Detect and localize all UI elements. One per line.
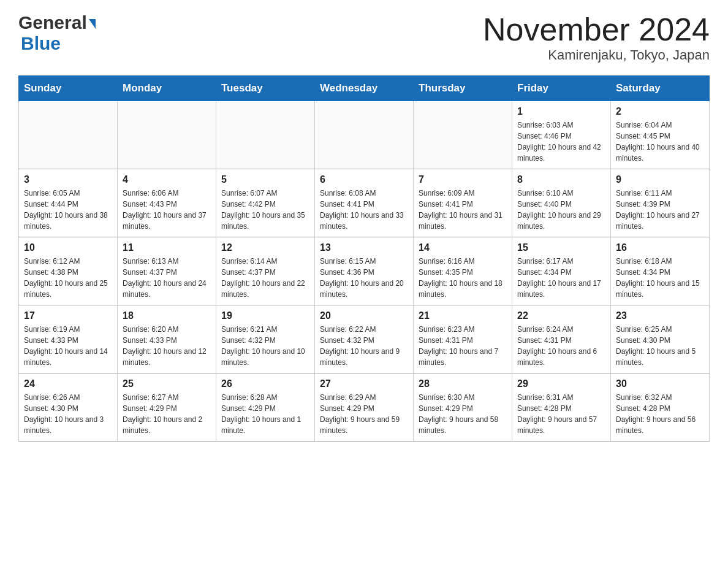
day-number: 12 [221, 242, 309, 253]
day-info: Sunrise: 6:17 AMSunset: 4:34 PMDaylight:… [517, 256, 605, 300]
weekday-header-monday: Monday [118, 76, 216, 101]
calendar-cell: 13Sunrise: 6:15 AMSunset: 4:36 PMDayligh… [315, 237, 414, 305]
day-info: Sunrise: 6:16 AMSunset: 4:35 PMDaylight:… [419, 256, 507, 300]
calendar-cell: 9Sunrise: 6:11 AMSunset: 4:39 PMDaylight… [611, 169, 710, 237]
weekday-header-wednesday: Wednesday [315, 76, 414, 101]
calendar-cell: 21Sunrise: 6:23 AMSunset: 4:31 PMDayligh… [414, 305, 512, 373]
day-info: Sunrise: 6:03 AMSunset: 4:46 PMDaylight:… [517, 120, 605, 164]
day-number: 5 [221, 174, 309, 185]
calendar-cell: 15Sunrise: 6:17 AMSunset: 4:34 PMDayligh… [512, 237, 611, 305]
day-info: Sunrise: 6:24 AMSunset: 4:31 PMDaylight:… [517, 324, 605, 368]
weekday-header-saturday: Saturday [611, 76, 710, 101]
day-number: 16 [616, 242, 704, 253]
calendar-cell [414, 101, 512, 169]
day-info: Sunrise: 6:26 AMSunset: 4:30 PMDaylight:… [24, 392, 112, 436]
calendar-cell: 7Sunrise: 6:09 AMSunset: 4:41 PMDaylight… [414, 169, 512, 237]
day-info: Sunrise: 6:08 AMSunset: 4:41 PMDaylight:… [320, 188, 408, 232]
logo-triangle-icon [89, 19, 96, 29]
calendar-cell: 23Sunrise: 6:25 AMSunset: 4:30 PMDayligh… [611, 305, 710, 373]
day-number: 6 [320, 174, 408, 185]
calendar-cell [315, 101, 414, 169]
weekday-header-sunday: Sunday [19, 76, 118, 101]
day-info: Sunrise: 6:25 AMSunset: 4:30 PMDaylight:… [616, 324, 704, 368]
day-info: Sunrise: 6:13 AMSunset: 4:37 PMDaylight:… [123, 256, 211, 300]
calendar-cell: 12Sunrise: 6:14 AMSunset: 4:37 PMDayligh… [216, 237, 315, 305]
day-number: 8 [517, 174, 605, 185]
calendar-week-row-3: 10Sunrise: 6:12 AMSunset: 4:38 PMDayligh… [19, 237, 710, 305]
calendar-table: SundayMondayTuesdayWednesdayThursdayFrid… [18, 75, 710, 442]
calendar-week-row-4: 17Sunrise: 6:19 AMSunset: 4:33 PMDayligh… [19, 305, 710, 373]
weekday-header-friday: Friday [512, 76, 611, 101]
title-section: November 2024 Kamirenjaku, Tokyo, Japan [483, 12, 710, 63]
calendar-cell: 8Sunrise: 6:10 AMSunset: 4:40 PMDaylight… [512, 169, 611, 237]
calendar-cell: 18Sunrise: 6:20 AMSunset: 4:33 PMDayligh… [118, 305, 216, 373]
calendar-cell: 5Sunrise: 6:07 AMSunset: 4:42 PMDaylight… [216, 169, 315, 237]
calendar-cell: 25Sunrise: 6:27 AMSunset: 4:29 PMDayligh… [118, 373, 216, 442]
day-info: Sunrise: 6:04 AMSunset: 4:45 PMDaylight:… [616, 120, 704, 164]
calendar-cell: 3Sunrise: 6:05 AMSunset: 4:44 PMDaylight… [19, 169, 118, 237]
logo: General Blue [18, 12, 96, 54]
day-number: 25 [123, 378, 211, 389]
calendar-cell: 2Sunrise: 6:04 AMSunset: 4:45 PMDaylight… [611, 101, 710, 169]
day-info: Sunrise: 6:29 AMSunset: 4:29 PMDaylight:… [320, 392, 408, 436]
calendar-week-row-1: 1Sunrise: 6:03 AMSunset: 4:46 PMDaylight… [19, 101, 710, 169]
page-header: General Blue November 2024 Kamirenjaku, … [18, 12, 710, 63]
day-number: 26 [221, 378, 309, 389]
day-info: Sunrise: 6:19 AMSunset: 4:33 PMDaylight:… [24, 324, 112, 368]
day-info: Sunrise: 6:27 AMSunset: 4:29 PMDaylight:… [123, 392, 211, 436]
day-info: Sunrise: 6:14 AMSunset: 4:37 PMDaylight:… [221, 256, 309, 300]
day-number: 22 [517, 310, 605, 321]
day-number: 18 [123, 310, 211, 321]
calendar-cell: 22Sunrise: 6:24 AMSunset: 4:31 PMDayligh… [512, 305, 611, 373]
calendar-cell: 30Sunrise: 6:32 AMSunset: 4:28 PMDayligh… [611, 373, 710, 442]
day-number: 14 [419, 242, 507, 253]
calendar-cell: 17Sunrise: 6:19 AMSunset: 4:33 PMDayligh… [19, 305, 118, 373]
calendar-cell [118, 101, 216, 169]
day-info: Sunrise: 6:07 AMSunset: 4:42 PMDaylight:… [221, 188, 309, 232]
day-info: Sunrise: 6:09 AMSunset: 4:41 PMDaylight:… [419, 188, 507, 232]
weekday-header-thursday: Thursday [414, 76, 512, 101]
day-info: Sunrise: 6:10 AMSunset: 4:40 PMDaylight:… [517, 188, 605, 232]
calendar-cell: 29Sunrise: 6:31 AMSunset: 4:28 PMDayligh… [512, 373, 611, 442]
day-info: Sunrise: 6:06 AMSunset: 4:43 PMDaylight:… [123, 188, 211, 232]
day-info: Sunrise: 6:22 AMSunset: 4:32 PMDaylight:… [320, 324, 408, 368]
day-number: 15 [517, 242, 605, 253]
day-info: Sunrise: 6:30 AMSunset: 4:29 PMDaylight:… [419, 392, 507, 436]
day-info: Sunrise: 6:28 AMSunset: 4:29 PMDaylight:… [221, 392, 309, 436]
calendar-cell: 26Sunrise: 6:28 AMSunset: 4:29 PMDayligh… [216, 373, 315, 442]
calendar-cell [19, 101, 118, 169]
calendar-cell: 6Sunrise: 6:08 AMSunset: 4:41 PMDaylight… [315, 169, 414, 237]
day-info: Sunrise: 6:05 AMSunset: 4:44 PMDaylight:… [24, 188, 112, 232]
day-number: 30 [616, 378, 704, 389]
day-number: 28 [419, 378, 507, 389]
calendar-cell: 24Sunrise: 6:26 AMSunset: 4:30 PMDayligh… [19, 373, 118, 442]
calendar-cell: 14Sunrise: 6:16 AMSunset: 4:35 PMDayligh… [414, 237, 512, 305]
day-number: 3 [24, 174, 112, 185]
day-number: 9 [616, 174, 704, 185]
day-number: 27 [320, 378, 408, 389]
calendar-cell: 16Sunrise: 6:18 AMSunset: 4:34 PMDayligh… [611, 237, 710, 305]
day-number: 11 [123, 242, 211, 253]
calendar-cell: 4Sunrise: 6:06 AMSunset: 4:43 PMDaylight… [118, 169, 216, 237]
logo-blue-text: Blue [21, 33, 61, 54]
day-number: 19 [221, 310, 309, 321]
day-info: Sunrise: 6:32 AMSunset: 4:28 PMDaylight:… [616, 392, 704, 436]
calendar-header-row: SundayMondayTuesdayWednesdayThursdayFrid… [19, 76, 710, 101]
day-number: 7 [419, 174, 507, 185]
day-number: 13 [320, 242, 408, 253]
day-number: 29 [517, 378, 605, 389]
day-info: Sunrise: 6:31 AMSunset: 4:28 PMDaylight:… [517, 392, 605, 436]
day-info: Sunrise: 6:23 AMSunset: 4:31 PMDaylight:… [419, 324, 507, 368]
calendar-cell: 20Sunrise: 6:22 AMSunset: 4:32 PMDayligh… [315, 305, 414, 373]
day-info: Sunrise: 6:21 AMSunset: 4:32 PMDaylight:… [221, 324, 309, 368]
calendar-cell: 1Sunrise: 6:03 AMSunset: 4:46 PMDaylight… [512, 101, 611, 169]
calendar-cell: 28Sunrise: 6:30 AMSunset: 4:29 PMDayligh… [414, 373, 512, 442]
day-number: 4 [123, 174, 211, 185]
calendar-cell [216, 101, 315, 169]
calendar-cell: 11Sunrise: 6:13 AMSunset: 4:37 PMDayligh… [118, 237, 216, 305]
day-info: Sunrise: 6:15 AMSunset: 4:36 PMDaylight:… [320, 256, 408, 300]
day-number: 23 [616, 310, 704, 321]
day-number: 17 [24, 310, 112, 321]
calendar-cell: 19Sunrise: 6:21 AMSunset: 4:32 PMDayligh… [216, 305, 315, 373]
day-number: 10 [24, 242, 112, 253]
